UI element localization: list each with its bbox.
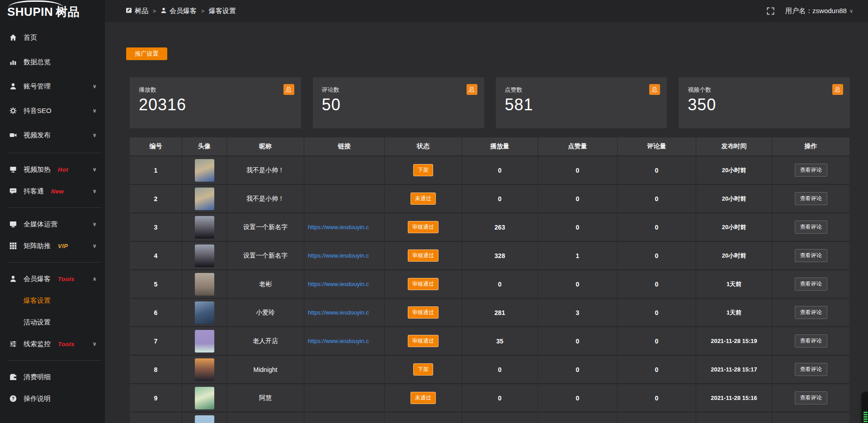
video-link[interactable]: https://www.iesdouyin.c [308,338,369,344]
home-icon [9,34,17,42]
view-comments-button[interactable]: 查看评论 [795,192,827,205]
breadcrumb-item-member-baoke[interactable]: 会员爆客 [160,7,197,15]
sidebar-item-operation-guide[interactable]: ?操作说明 [0,388,105,409]
grid-icon [9,242,17,250]
sidebar-item-matrix-boost[interactable]: 矩阵助推VIP∨ [0,235,105,257]
view-comments-button[interactable]: 查看评论 [795,334,827,348]
cell-status: 审核通过 [385,213,462,241]
video-link[interactable]: https://www.iesdouyin.c [308,224,369,230]
main-content: 推广设置 播放数20316总评论数50总点赞数581总视频个数350总 编号头像… [105,23,868,423]
cell-nickname: 老彬 [227,270,304,298]
cell-nickname: 我不是小帅！ [227,156,304,184]
view-comments-button[interactable]: 查看评论 [795,249,827,262]
avatar [195,216,214,239]
cell-nickname: 我不是小帅！ [227,185,304,212]
status-badge: 下架 [413,164,433,176]
cell-avatar [182,156,226,184]
status-badge: 下架 [413,363,433,376]
cell-action: 查看评论 [772,327,849,355]
sidebar-menu: 首页数据总览账号管理∨抖音SEO∨视频发布∨视频加热Hot∨抖客通New∨全媒体… [0,21,105,409]
avatar [195,330,214,352]
stat-card-comments-total: 评论数50总 [313,77,484,128]
view-comments-button[interactable]: 查看评论 [795,277,827,291]
breadcrumb-label: 树品 [135,7,148,15]
stat-value: 50 [322,95,475,114]
cell-link: https://www.iesdouyin.c [304,327,384,355]
cell-number: 2 [130,185,182,212]
sidebar-item-clue-monitoring[interactable]: 线索监控Tools∨ [0,333,105,355]
sidebar-item-member-baoke[interactable]: 会员爆客Tools∧ [0,268,105,290]
username-dropdown[interactable]: 用户名：zswodun88 ∨ [785,7,853,15]
fullscreen-icon[interactable] [767,7,774,15]
sidebar-item-account-management[interactable]: 账号管理∨ [0,74,105,99]
view-comments-button[interactable]: 查看评论 [795,363,827,376]
view-comments-button[interactable]: 查看评论 [795,164,827,177]
stat-card-videos-total: 视频个数350总 [679,77,850,128]
cell-likes: 0 [538,327,617,355]
column-header: 播放量 [462,137,538,155]
chevron-down-icon: ∨ [92,221,97,227]
chevron-down-icon: ∨ [92,188,97,194]
sidebar-item-home[interactable]: 首页 [0,25,105,50]
sidebar-item-label: 账号管理 [24,82,51,91]
sidebar-item-video-publish[interactable]: 视频发布∨ [0,123,105,147]
stat-label: 视频个数 [688,86,841,94]
topbar: 树品>会员爆客>爆客设置 用户名：zswodun88 ∨ [105,0,868,23]
sidebar-item-video-heating[interactable]: 视频加热Hot∨ [0,159,105,180]
cell-status: 下架 [385,356,462,383]
view-comments-button[interactable]: 查看评论 [795,306,827,319]
column-header: 操作 [772,137,849,155]
column-header: 评论量 [618,137,696,155]
breadcrumb-separator: > [201,8,204,14]
view-comments-button[interactable]: 查看评论 [795,221,827,234]
cell-comments: 0 [618,213,696,241]
sidebar-item-douyin-seo[interactable]: 抖音SEO∨ [0,99,105,123]
sidebar-item-label: 操作说明 [24,395,51,403]
stat-value: 350 [688,95,841,114]
sidebar-divider [0,202,105,213]
cell-plays: 328 [462,242,538,269]
status-badge: 审核通过 [408,221,439,233]
extension-overlay-widget[interactable] [862,392,868,423]
cell-comments: 0 [618,327,696,355]
cell-publish-time [696,413,772,423]
cell-avatar [182,413,226,423]
stat-total-badge: 总 [283,84,294,95]
username-label: 用户名：zswodun88 [785,7,847,15]
cell-avatar [182,356,226,383]
green-bar [863,421,868,422]
video-link[interactable]: https://www.iesdouyin.c [308,281,369,287]
cell-link [304,185,384,212]
status-badge: 未通过 [410,193,436,205]
column-header: 链接 [304,137,384,155]
avatar [195,273,214,296]
video-link[interactable]: https://www.iesdouyin.c [308,252,369,259]
cell-status: 未通过 [385,384,462,412]
sidebar-item-omni-media-operation[interactable]: 全媒体运营∨ [0,213,105,235]
cell-likes: 0 [538,356,617,383]
sidebar-item-data-overview[interactable]: 数据总览 [0,50,105,74]
brand-logo[interactable]: SHUPIN树品 [0,0,105,21]
svg-text:?: ? [11,396,14,401]
cell-plays: 0 [462,185,538,212]
sidebar-item-label: 首页 [24,33,37,42]
promo-settings-button[interactable]: 推广设置 [126,47,167,60]
cell-number: 1 [130,156,182,184]
sidebar-item-consumption-details[interactable]: 消费明细 [0,366,105,388]
chevron-up-icon: ∧ [92,276,97,282]
view-comments-button[interactable]: 查看评论 [795,391,827,404]
cell-link [304,156,384,184]
sidebar-subitem-baoke-settings[interactable]: 爆客设置 [0,290,105,311]
cell-plays: 0 [462,356,538,383]
cell-status: 审核通过 [385,327,462,355]
help-icon: ? [9,395,17,403]
sidebar-subitem-activity-settings[interactable]: 活动设置 [0,311,105,333]
cell-publish-time: 2021-11-28 15:16 [696,384,772,412]
cell-link [304,384,384,412]
cell-link [304,356,384,383]
sidebar-item-douketong[interactable]: 抖客通New∨ [0,180,105,202]
cell-number [130,413,182,423]
breadcrumb-item-shupin[interactable]: 树品 [126,7,148,15]
cell-nickname: 老人开店 [227,327,304,355]
video-link[interactable]: https://www.iesdouyin.c [308,309,369,316]
